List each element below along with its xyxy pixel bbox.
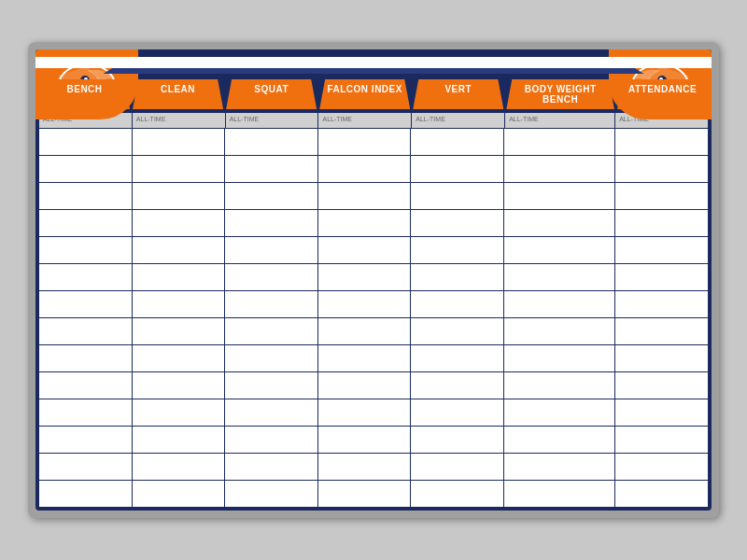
data-cell-vert [411, 156, 504, 182]
data-cell-falcon-index [318, 427, 412, 453]
data-cell-attendance [615, 237, 708, 263]
data-cell-squat [225, 345, 318, 371]
data-cell-vert [411, 372, 504, 399]
table-row [39, 399, 708, 427]
data-cell-bench [39, 345, 133, 371]
table-row [39, 481, 708, 507]
data-cell-attendance [615, 156, 708, 182]
data-cell-body-weight-bench [504, 427, 615, 453]
data-cell-bench [39, 156, 133, 182]
table-row [39, 318, 708, 345]
data-cell-vert [411, 129, 504, 155]
data-cell-clean [133, 318, 226, 344]
data-cell-falcon-index [318, 237, 412, 263]
col-header-clean: CLEAN [133, 79, 223, 109]
data-cell-squat [225, 372, 318, 399]
table-row [39, 345, 708, 372]
data-cell-squat [225, 156, 318, 182]
col-header-attendance: ATTENDANCE [617, 79, 708, 109]
data-cell-body-weight-bench [504, 264, 615, 290]
table-row [39, 454, 708, 481]
data-cell-body-weight-bench [504, 210, 615, 236]
data-cell-body-weight-bench [504, 372, 615, 399]
table-row [39, 156, 708, 183]
data-cell-attendance [615, 399, 708, 426]
data-rows [39, 129, 708, 507]
data-cell-attendance [615, 454, 708, 480]
data-cell-falcon-index [318, 156, 412, 182]
data-cell-falcon-index [318, 291, 412, 317]
data-cell-clean [133, 291, 226, 317]
col-header-vert: VERT [413, 79, 503, 109]
data-cell-vert [411, 291, 504, 317]
table-row [39, 210, 708, 237]
data-cell-vert [411, 345, 504, 371]
data-cell-squat [225, 481, 318, 507]
data-cell-bench [39, 291, 133, 317]
data-cell-body-weight-bench [504, 454, 615, 480]
data-cell-vert [411, 237, 504, 263]
data-cell-attendance [615, 291, 708, 317]
data-cell-attendance [615, 427, 708, 453]
data-cell-falcon-index [318, 345, 412, 371]
data-cell-clean [133, 481, 226, 507]
data-cell-bench [39, 183, 133, 209]
data-cell-clean [133, 183, 226, 209]
data-cell-bench [39, 237, 133, 263]
data-cell-clean [133, 264, 226, 290]
table-row [39, 427, 708, 454]
col-header-bench: BENCH [39, 79, 130, 109]
data-cell-falcon-index [318, 129, 412, 155]
data-cell-bench [39, 210, 133, 236]
data-cell-vert [411, 481, 504, 507]
data-cell-bench [39, 481, 133, 507]
data-cell-clean [133, 210, 226, 236]
subtitle-band [103, 68, 643, 74]
table-row [39, 237, 708, 264]
col-header-falcon-index: FALCON INDEX [319, 79, 410, 109]
data-cell-vert [411, 399, 504, 426]
data-cell-clean [133, 345, 226, 371]
data-cell-vert [411, 210, 504, 236]
table-row [39, 372, 708, 399]
data-cell-clean [133, 454, 226, 480]
data-cell-body-weight-bench [504, 237, 615, 263]
data-cell-clean [133, 156, 226, 182]
col-header-body-weight-bench: BODY WEIGHT BENCH [506, 79, 614, 109]
data-cell-attendance [615, 264, 708, 290]
data-cell-squat [225, 129, 318, 155]
data-cell-attendance [615, 183, 708, 209]
data-cell-body-weight-bench [504, 291, 615, 317]
data-cell-bench [39, 372, 133, 399]
data-cell-falcon-index [318, 183, 412, 209]
data-cell-falcon-index [318, 372, 412, 399]
header [35, 49, 712, 74]
data-cell-attendance [615, 210, 708, 236]
data-cell-bench [39, 454, 133, 480]
data-cell-falcon-index [318, 481, 412, 507]
table-row [39, 291, 708, 318]
table-row [39, 264, 708, 291]
data-cell-falcon-index [318, 454, 412, 480]
data-cell-falcon-index [318, 399, 412, 426]
board-outer: BENCHCLEANSQUATFALCON INDEXVERTBODY WEIG… [28, 42, 719, 518]
title-band [35, 57, 712, 68]
data-area: ALL-TIMEALL-TIMEALL-TIMEALL-TIMEALL-TIME… [39, 113, 708, 507]
table-row [39, 183, 708, 210]
data-cell-squat [225, 454, 318, 480]
data-cell-attendance [615, 481, 708, 507]
data-cell-attendance [615, 318, 708, 344]
data-cell-squat [225, 291, 318, 317]
data-cell-bench [39, 129, 133, 155]
data-cell-vert [411, 183, 504, 209]
data-cell-body-weight-bench [504, 183, 615, 209]
data-cell-attendance [615, 129, 708, 155]
data-cell-body-weight-bench [504, 318, 615, 344]
data-cell-vert [411, 427, 504, 453]
data-cell-squat [225, 264, 318, 290]
data-cell-bench [39, 264, 133, 290]
data-cell-falcon-index [318, 264, 412, 290]
data-cell-bench [39, 318, 133, 344]
data-cell-clean [133, 372, 226, 399]
data-cell-vert [411, 454, 504, 480]
